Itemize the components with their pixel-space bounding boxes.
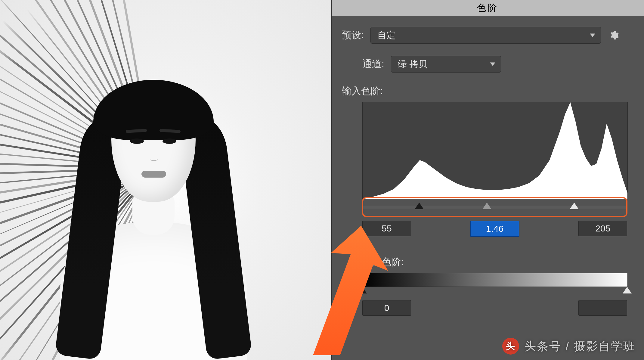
- nose: [150, 157, 158, 161]
- input-white-point-handle[interactable]: [570, 203, 579, 209]
- watermark: 头 头条号 / 摄影自学班: [502, 338, 636, 355]
- gear-icon: [609, 30, 619, 40]
- output-gradient: [362, 273, 628, 287]
- preset-settings-button[interactable]: [608, 29, 620, 42]
- eye-left: [130, 138, 144, 144]
- input-black-value[interactable]: 55: [362, 221, 411, 236]
- preset-label: 预设:: [342, 29, 364, 42]
- input-midtone-handle[interactable]: [482, 203, 491, 209]
- watermark-text: 头条号 / 摄影自学班: [525, 339, 636, 354]
- input-levels-slider[interactable]: [362, 199, 627, 215]
- channel-dropdown[interactable]: 绿 拷贝: [391, 56, 501, 73]
- mouth: [141, 171, 166, 178]
- channel-row: 通道: 绿 拷贝: [362, 56, 634, 73]
- chevron-down-icon: [590, 34, 595, 37]
- preset-dropdown[interactable]: 自定: [370, 27, 601, 44]
- preset-value: 自定: [377, 29, 395, 42]
- panel-title-text: 色阶: [477, 2, 499, 14]
- preset-row: 预设: 自定: [342, 27, 634, 44]
- eye-right: [163, 138, 176, 144]
- input-levels-label: 输入色阶:: [342, 85, 634, 98]
- output-black-value[interactable]: 0: [362, 300, 411, 316]
- input-levels-values: 55 1.46 205: [362, 221, 627, 237]
- input-black-point-handle[interactable]: [415, 203, 424, 209]
- output-white-value[interactable]: [578, 300, 627, 316]
- output-levels-label: 输出色阶:: [362, 256, 634, 269]
- panel-title: 色阶: [332, 0, 644, 16]
- levels-histogram: [362, 102, 628, 199]
- image-preview: [0, 0, 331, 360]
- input-gamma-value[interactable]: 1.46: [470, 221, 519, 237]
- chevron-down-icon: [490, 63, 495, 66]
- output-black-point-handle[interactable]: [358, 287, 367, 293]
- output-white-point-handle[interactable]: [623, 287, 632, 293]
- input-white-value[interactable]: 205: [578, 221, 627, 236]
- output-levels-slider[interactable]: [362, 287, 627, 299]
- slider-rail: [362, 206, 627, 209]
- watermark-logo-icon: 头: [502, 338, 519, 355]
- levels-panel: 色阶 预设: 自定 通道: 绿 拷贝: [331, 0, 644, 360]
- channel-label: 通道:: [362, 57, 384, 71]
- channel-value: 绿 拷贝: [398, 58, 427, 70]
